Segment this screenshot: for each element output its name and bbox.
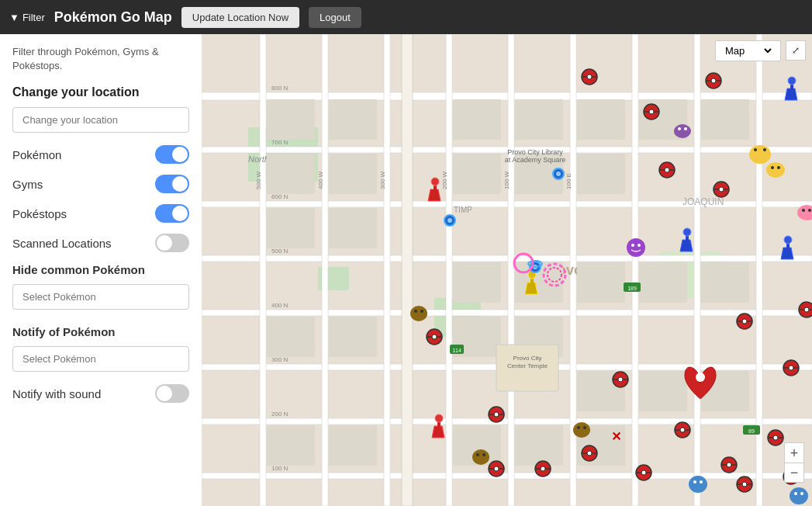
svg-text:600 N: 600 N	[271, 193, 289, 200]
svg-point-188	[674, 124, 691, 138]
svg-point-97	[618, 377, 623, 382]
svg-point-177	[414, 310, 417, 313]
svg-rect-19	[632, 34, 638, 506]
svg-rect-41	[267, 99, 315, 140]
svg-rect-57	[577, 262, 625, 303]
svg-rect-61	[329, 317, 377, 357]
hide-common-title: Hide common Pokémon	[12, 263, 189, 276]
svg-point-166	[763, 148, 766, 151]
svg-rect-49	[701, 99, 749, 140]
svg-point-182	[689, 476, 707, 493]
svg-point-154	[788, 77, 796, 85]
svg-point-139	[432, 334, 437, 339]
map-type-selector[interactable]: Map Satellite Hybrid Terrain	[715, 40, 781, 61]
filter-icon: ▼	[9, 12, 19, 23]
svg-text:500 N: 500 N	[271, 248, 289, 255]
svg-rect-59	[701, 262, 749, 303]
gyms-toggle-label: Gyms	[12, 178, 43, 191]
svg-text:100 N: 100 N	[271, 465, 289, 472]
filter-button[interactable]: ▼ Filter	[9, 12, 45, 23]
svg-rect-22	[402, 34, 413, 506]
svg-text:Center Temple: Center Temple	[507, 362, 548, 369]
svg-point-168	[631, 244, 634, 247]
scanned-toggle-row: Scanned Locations	[12, 234, 189, 252]
svg-rect-70	[515, 425, 563, 466]
svg-point-184	[700, 480, 703, 483]
svg-rect-44	[329, 154, 377, 194]
svg-point-208	[476, 453, 479, 456]
app-title: Pokémon Go Map	[54, 9, 172, 26]
svg-text:JOAQUIN: JOAQUIN	[682, 196, 724, 207]
zoom-controls: + −	[784, 442, 804, 483]
svg-rect-43	[267, 154, 315, 194]
svg-point-88	[649, 109, 654, 114]
svg-rect-47	[577, 99, 625, 140]
svg-point-169	[638, 244, 641, 247]
svg-point-189	[678, 127, 681, 130]
svg-rect-13	[260, 34, 266, 506]
svg-rect-65	[639, 371, 687, 411]
sidebar: Filter through Pokémon, Gyms & Pokéstops…	[0, 34, 202, 506]
svg-point-162	[749, 145, 771, 164]
svg-text:200 W: 200 W	[441, 171, 448, 189]
svg-rect-14	[322, 34, 328, 506]
logout-button[interactable]: Logout	[309, 7, 361, 28]
zoom-in-button[interactable]: +	[784, 442, 804, 463]
map-type-select[interactable]: Map Satellite Hybrid Terrain	[722, 44, 774, 57]
update-location-button[interactable]: Update Location Now	[181, 7, 299, 28]
svg-marker-149	[781, 248, 793, 259]
svg-point-178	[420, 310, 423, 313]
svg-text:✕: ✕	[611, 430, 621, 443]
svg-text:700 N: 700 N	[271, 139, 289, 146]
svg-point-185	[790, 487, 808, 504]
svg-marker-146	[525, 282, 537, 294]
svg-point-94	[494, 412, 499, 417]
svg-text:400 W: 400 W	[317, 171, 324, 189]
filter-label: Filter	[22, 12, 45, 23]
main-content: Filter through Pokémon, Gyms & Pokéstops…	[0, 34, 812, 506]
svg-point-190	[684, 127, 687, 130]
svg-rect-52	[577, 154, 625, 194]
notify-pokemon-input[interactable]	[12, 346, 189, 372]
svg-rect-67	[267, 425, 315, 466]
svg-point-115	[727, 463, 731, 467]
svg-point-158	[447, 218, 452, 223]
zoom-out-button[interactable]: −	[784, 463, 804, 483]
gyms-toggle[interactable]	[155, 175, 189, 193]
svg-text:TIMP: TIMP	[454, 206, 472, 214]
svg-point-121	[641, 470, 646, 475]
svg-text:400 N: 400 N	[271, 302, 289, 309]
svg-rect-50	[453, 154, 501, 194]
svg-text:Provo City: Provo City	[513, 355, 542, 362]
notify-sound-label: Notify with sound	[12, 387, 101, 400]
svg-point-183	[693, 480, 696, 483]
scanned-toggle[interactable]	[155, 234, 189, 252]
expand-map-button[interactable]: ⤢	[786, 40, 806, 61]
notify-sound-toggle[interactable]	[155, 384, 189, 403]
pokemon-toggle[interactable]	[155, 145, 189, 164]
svg-point-207	[472, 449, 489, 465]
hide-pokemon-input[interactable]	[12, 284, 189, 310]
pokemon-toggle-label: Pokémon	[12, 148, 61, 161]
svg-point-167	[627, 238, 645, 257]
map-background: 800 N 700 N 600 N 500 N 400 N 300 N 200 …	[202, 34, 812, 506]
pokestops-toggle[interactable]	[155, 204, 189, 223]
svg-point-124	[587, 451, 592, 456]
svg-rect-5	[202, 92, 812, 100]
svg-text:189: 189	[627, 286, 637, 291]
svg-rect-8	[202, 255, 812, 262]
svg-point-160	[556, 172, 561, 176]
location-input[interactable]	[12, 107, 189, 133]
svg-point-219	[494, 466, 499, 471]
map-container[interactable]: 800 N 700 N 600 N 500 N 400 N 300 N 200 …	[202, 34, 812, 506]
svg-point-174	[577, 426, 580, 429]
svg-rect-20	[694, 34, 700, 506]
svg-point-112	[773, 435, 778, 440]
pokestops-toggle-row: Pokéstops	[12, 204, 189, 223]
svg-text:500 W: 500 W	[255, 171, 262, 189]
svg-point-170	[766, 162, 785, 178]
svg-point-203	[696, 373, 705, 382]
svg-rect-42	[329, 99, 377, 140]
gyms-toggle-row: Gyms	[12, 175, 189, 193]
location-section-title: Change your location	[12, 85, 189, 99]
